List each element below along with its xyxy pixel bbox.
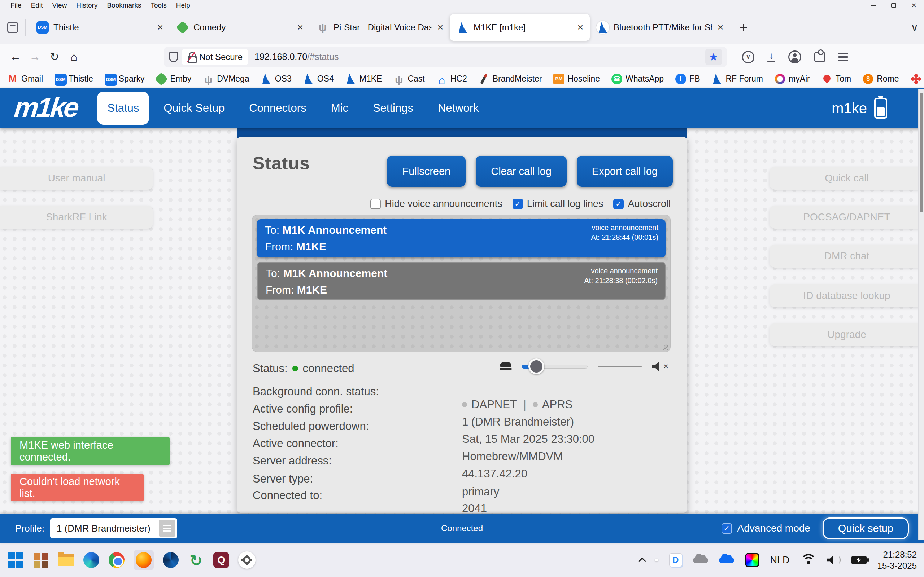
- export-call-log-button[interactable]: Export call log: [577, 156, 673, 187]
- firefox-icon[interactable]: [135, 552, 152, 568]
- bookmark-os4[interactable]: OS4: [303, 74, 334, 84]
- close-tab-icon[interactable]: ×: [438, 23, 443, 32]
- tab-pistar[interactable]: ψ Pi-Star - Digital Voice Dashboar ×: [310, 14, 450, 41]
- new-tab-button[interactable]: +: [735, 19, 752, 36]
- speaker-icon[interactable]: [827, 556, 841, 564]
- firefox-view-icon[interactable]: [3, 18, 22, 36]
- cloud-gray-icon[interactable]: [693, 557, 708, 563]
- nav-connectors[interactable]: Connectors: [239, 92, 317, 125]
- announcement-speaker-icon[interactable]: [499, 361, 512, 372]
- battery-charging-icon[interactable]: [851, 556, 867, 564]
- url-bar[interactable]: Not Secure 192.168.0.70/#status ★: [164, 47, 727, 67]
- bookmark-emby[interactable]: Emby: [156, 74, 191, 84]
- autoscroll-checkbox[interactable]: Autoscroll: [613, 198, 670, 210]
- docs-d-icon[interactable]: D: [669, 553, 682, 567]
- clear-call-log-button[interactable]: Clear call log: [476, 156, 567, 187]
- close-tab-icon[interactable]: ×: [297, 23, 303, 32]
- bookmark-sparky[interactable]: DSMSparky: [105, 74, 145, 84]
- limit-call-log-lines-checkbox[interactable]: Limit call log lines: [512, 198, 604, 210]
- clock[interactable]: 21:28:52 15-3-2025: [877, 549, 917, 571]
- tab-m1ke[interactable]: M1KE [m1ke] ×: [450, 14, 590, 41]
- downloads-icon[interactable]: ↓: [767, 52, 775, 62]
- advanced-mode-checkbox[interactable]: Advanced mode: [722, 522, 810, 534]
- pocsag-dapnet-button[interactable]: POCSAG/DAPNET: [769, 206, 924, 229]
- bookmark-brandmeister[interactable]: BrandMeister: [478, 74, 542, 84]
- minimize-button[interactable]: [863, 0, 884, 11]
- close-tab-icon[interactable]: ×: [577, 23, 583, 32]
- fullscreen-button[interactable]: Fullscreen: [387, 156, 465, 187]
- bookmark-fb[interactable]: fFB: [675, 74, 700, 84]
- resize-handle[interactable]: [661, 342, 669, 350]
- page-scrollbar[interactable]: [918, 89, 924, 540]
- bookmark-os3[interactable]: OS3: [261, 74, 292, 84]
- menu-file[interactable]: File: [6, 2, 26, 10]
- file-explorer-icon[interactable]: [58, 552, 74, 568]
- home-icon[interactable]: ⌂: [64, 47, 84, 67]
- google-drive-icon[interactable]: [655, 559, 658, 561]
- bookmark-thistle[interactable]: DSMThistle: [55, 74, 93, 84]
- id-database-lookup-button[interactable]: ID database lookup: [769, 284, 924, 307]
- menu-help[interactable]: Help: [171, 2, 195, 10]
- sharkrf-link-button[interactable]: SharkRF Link: [0, 206, 153, 229]
- close-tab-icon[interactable]: ×: [157, 23, 163, 32]
- onedrive-cloud-icon[interactable]: [719, 557, 734, 563]
- close-window-button[interactable]: ×: [904, 0, 924, 11]
- pocket-icon[interactable]: ∨: [742, 51, 754, 63]
- bookmark-gmail[interactable]: MGmail: [7, 74, 43, 84]
- bookmark-whatsapp[interactable]: ☎WhatsApp: [611, 74, 664, 84]
- settings-gear-icon[interactable]: [238, 551, 255, 569]
- firefox-open-indicator[interactable]: [134, 550, 154, 570]
- menu-tools[interactable]: Tools: [146, 2, 171, 10]
- bookmark-rome[interactable]: $Rome: [863, 74, 899, 84]
- menu-history[interactable]: History: [71, 2, 102, 10]
- wifi-icon[interactable]: [801, 554, 816, 566]
- bookmark-tom[interactable]: Tom: [822, 74, 851, 84]
- secondary-slider[interactable]: [598, 366, 642, 367]
- q-app-icon[interactable]: Q: [213, 552, 229, 568]
- list-all-tabs-icon[interactable]: ∨: [911, 22, 919, 34]
- bookmark-m1ke[interactable]: M1KE: [346, 74, 382, 84]
- back-icon[interactable]: ←: [6, 47, 25, 67]
- bookmark-cast[interactable]: ψCast: [393, 74, 425, 84]
- nav-settings[interactable]: Settings: [363, 92, 423, 125]
- volume-slider[interactable]: [522, 358, 588, 375]
- nav-status[interactable]: Status: [97, 92, 149, 125]
- maximize-button[interactable]: [884, 0, 904, 11]
- bookmark-hc2[interactable]: ⌂HC2: [436, 74, 467, 84]
- extensions-icon[interactable]: [814, 52, 825, 62]
- volume-slider-thumb[interactable]: [528, 358, 544, 374]
- bookmark-dvmega[interactable]: ψDVMega: [203, 74, 249, 84]
- quick-setup-button[interactable]: Quick setup: [822, 517, 909, 539]
- profile-list-icon[interactable]: [159, 520, 175, 537]
- tab-thistle[interactable]: DSM Thistle ×: [30, 14, 170, 41]
- menu-edit[interactable]: Edit: [26, 2, 48, 10]
- menu-view[interactable]: View: [47, 2, 71, 10]
- hide-voice-announcements-checkbox[interactable]: Hide voice announcements: [370, 198, 502, 210]
- nav-quick-setup[interactable]: Quick Setup: [153, 92, 234, 125]
- keyboard-locale[interactable]: NLD: [770, 554, 790, 566]
- user-manual-button[interactable]: User manual: [0, 167, 153, 190]
- bookmark-rf-forum[interactable]: RF Forum: [711, 74, 763, 84]
- tab-comedy[interactable]: Comedy ×: [170, 14, 310, 41]
- tab-bluetooth-ptt[interactable]: Bluetooth PTT/Mike for SharkRF ×: [590, 14, 730, 41]
- call-log-list[interactable]: To: M1K Announcement From: M1KE voice an…: [252, 215, 670, 352]
- url-text[interactable]: 192.168.0.70/#status: [254, 52, 339, 62]
- account-icon[interactable]: [788, 50, 801, 63]
- chrome-icon[interactable]: [108, 552, 125, 568]
- color-tile-icon[interactable]: [745, 553, 759, 567]
- shield-icon[interactable]: [169, 52, 178, 62]
- dmr-chat-button[interactable]: DMR chat: [769, 245, 924, 268]
- close-tab-icon[interactable]: ×: [717, 23, 723, 32]
- tray-expand-icon[interactable]: [638, 557, 646, 565]
- mute-icon[interactable]: ×: [652, 361, 669, 371]
- nav-network[interactable]: Network: [428, 92, 489, 125]
- menu-hamburger-icon[interactable]: [838, 53, 848, 55]
- quick-call-button[interactable]: Quick call: [769, 167, 924, 190]
- edge-icon[interactable]: [83, 552, 100, 568]
- menu-bookmarks[interactable]: Bookmarks: [102, 2, 146, 10]
- nav-mic[interactable]: Mic: [321, 92, 359, 125]
- start-icon[interactable]: [7, 552, 24, 568]
- bookmark-hoseline[interactable]: BMHoseline: [553, 74, 600, 84]
- call-log-entry[interactable]: To: M1K Announcement From: M1KE voice an…: [257, 219, 666, 258]
- forward-icon[interactable]: →: [25, 47, 45, 67]
